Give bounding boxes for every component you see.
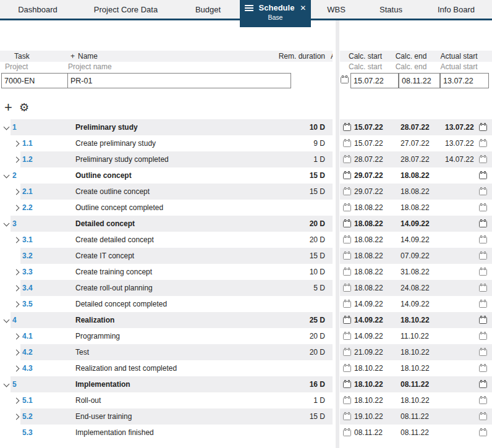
task-dates-row[interactable]: 08.11.22 08.11.22 — [340, 425, 492, 441]
column-header-rem-duration[interactable]: Rem. duration — [279, 51, 325, 62]
calendar-icon[interactable] — [343, 203, 351, 211]
chevron-icon[interactable] — [14, 398, 20, 404]
task-dates-row[interactable]: 15.07.22 27.07.22 13.07.22 — [340, 135, 492, 151]
calendar-icon[interactable] — [343, 332, 351, 340]
task-dates-row[interactable]: 28.07.22 28.07.22 14.07.22 — [340, 151, 492, 167]
task-dates-row[interactable]: 14.09.22 14.09.22 — [340, 296, 492, 312]
task-row[interactable]: 5.1 Roll-out 1 D — [0, 392, 333, 408]
name-filter-input[interactable] — [68, 74, 291, 88]
task-row[interactable]: 2.2 Outline concept completed — [0, 200, 333, 216]
chevron-icon[interactable] — [14, 366, 20, 372]
task-dates-row[interactable]: 18.08.22 24.08.22 — [340, 280, 492, 296]
task-filter-input[interactable] — [2, 74, 68, 88]
calendar-icon[interactable] — [479, 139, 487, 147]
chevron-icon[interactable] — [14, 205, 20, 211]
calendar-icon[interactable] — [343, 139, 351, 147]
panel-splitter[interactable] — [336, 20, 339, 448]
calendar-icon[interactable] — [479, 428, 487, 436]
chevron-icon[interactable] — [14, 269, 20, 276]
task-dates-row[interactable]: 21.09.22 18.10.22 — [340, 344, 492, 360]
calendar-icon[interactable] — [479, 219, 487, 227]
chevron-icon[interactable] — [4, 317, 10, 323]
tab-project-core-data[interactable]: Project Core Data ✕ — [75, 0, 176, 19]
task-row[interactable]: 2.1 Create outline concept 15 D — [0, 184, 333, 200]
task-dates-row[interactable]: 18.08.22 07.09.22 — [340, 248, 492, 264]
calendar-icon[interactable] — [479, 348, 487, 356]
column-header-name[interactable]: Name — [78, 51, 98, 62]
column-header-calc-start[interactable]: Calc. start — [345, 51, 386, 62]
menu-icon[interactable] — [245, 5, 253, 11]
calendar-icon[interactable] — [343, 284, 351, 292]
column-header-clipped[interactable]: A — [331, 51, 333, 62]
calendar-icon[interactable] — [343, 155, 351, 163]
tab-schedule[interactable]: Schedule ✕ Base — [240, 0, 311, 27]
task-row[interactable]: 4.2 Test 20 D — [0, 344, 333, 360]
calendar-icon[interactable] — [343, 316, 351, 324]
calendar-icon[interactable] — [479, 412, 487, 420]
calendar-icon[interactable] — [479, 155, 487, 163]
task-dates-row[interactable]: 18.08.22 14.09.22 — [340, 216, 492, 232]
chevron-icon[interactable] — [14, 414, 20, 420]
calendar-icon[interactable] — [343, 123, 351, 131]
calendar-icon[interactable] — [343, 364, 351, 372]
column-header-task[interactable]: Task — [14, 51, 30, 62]
task-row[interactable]: 4.3 Realization and test completed — [0, 360, 333, 376]
tab-budget[interactable]: Budget ✕ — [176, 0, 240, 19]
calendar-icon[interactable] — [479, 203, 487, 211]
task-row[interactable]: 5 Implementation 16 D — [0, 376, 333, 392]
calendar-icon[interactable] — [479, 235, 487, 243]
tab-info-board[interactable]: Info Board ✕ — [420, 0, 492, 19]
chevron-icon[interactable] — [4, 221, 10, 227]
calendar-icon[interactable] — [479, 284, 487, 292]
calendar-icon[interactable] — [479, 171, 487, 179]
calendar-icon[interactable] — [341, 75, 349, 83]
column-header-calc-end[interactable]: Calc. end — [392, 51, 430, 62]
calendar-icon[interactable] — [479, 251, 487, 260]
calendar-icon[interactable] — [479, 268, 487, 276]
task-row[interactable]: 3.2 Create IT concept 15 D — [0, 248, 333, 264]
task-row[interactable]: 4.1 Programming 20 D — [0, 328, 333, 344]
task-row[interactable]: 3.4 Create roll-out planning 5 D — [0, 280, 333, 296]
calendar-icon[interactable] — [343, 380, 351, 388]
chevron-icon[interactable] — [14, 141, 20, 147]
calendar-icon[interactable] — [479, 316, 487, 324]
calc-end-filter-input[interactable] — [399, 73, 440, 88]
add-task-button[interactable]: + — [4, 99, 12, 116]
task-row[interactable]: 5.3 Implementation finished — [0, 425, 333, 441]
task-dates-row[interactable]: 29.07.22 18.08.22 — [340, 184, 492, 200]
column-header-actual-start[interactable]: Actual start — [438, 51, 480, 62]
calendar-icon[interactable] — [343, 219, 351, 227]
close-icon[interactable]: ✕ — [300, 4, 306, 12]
calendar-icon[interactable] — [343, 300, 351, 308]
tab-wbs[interactable]: WBS ✕ — [311, 0, 362, 19]
task-dates-row[interactable]: 18.08.22 14.09.22 — [340, 232, 492, 248]
task-dates-row[interactable]: 29.07.22 18.08.22 — [340, 167, 492, 184]
task-row[interactable]: 5.2 End-user training 15 D — [0, 408, 333, 425]
task-dates-row[interactable]: 19.10.22 08.11.22 — [340, 408, 492, 425]
task-dates-row[interactable]: 18.08.22 18.08.22 — [340, 200, 492, 216]
chevron-icon[interactable] — [14, 237, 20, 243]
tab-dashboard[interactable]: Dashboard ✕ — [0, 0, 75, 19]
calendar-icon[interactable] — [479, 332, 487, 340]
calendar-icon[interactable] — [479, 300, 487, 308]
task-row[interactable]: 3.5 Detailed concept completed — [0, 296, 333, 312]
task-dates-row[interactable]: 18.10.22 08.11.22 — [340, 376, 492, 392]
settings-gear-button[interactable]: ⚙ — [19, 99, 29, 116]
calendar-icon[interactable] — [479, 123, 487, 131]
task-row[interactable]: 2 Outline concept 15 D — [0, 167, 333, 184]
calendar-icon[interactable] — [343, 348, 351, 356]
calendar-icon[interactable] — [343, 251, 351, 260]
chevron-icon[interactable] — [14, 189, 20, 195]
task-row[interactable]: 3.1 Create detailed concept 20 D — [0, 232, 333, 248]
calendar-icon[interactable] — [479, 380, 487, 388]
chevron-icon[interactable] — [14, 302, 20, 308]
calc-start-filter-input[interactable] — [350, 73, 399, 88]
calendar-icon[interactable] — [343, 412, 351, 420]
calendar-icon[interactable] — [343, 187, 351, 195]
task-dates-row[interactable]: 18.10.22 18.10.22 — [340, 392, 492, 408]
chevron-icon[interactable] — [14, 334, 20, 340]
task-row[interactable]: 3 Detailed concept 20 D — [0, 216, 333, 232]
task-row[interactable]: 1.2 Preliminary study completed 1 D — [0, 151, 333, 167]
calendar-icon[interactable] — [343, 235, 351, 243]
calendar-icon[interactable] — [479, 396, 487, 404]
